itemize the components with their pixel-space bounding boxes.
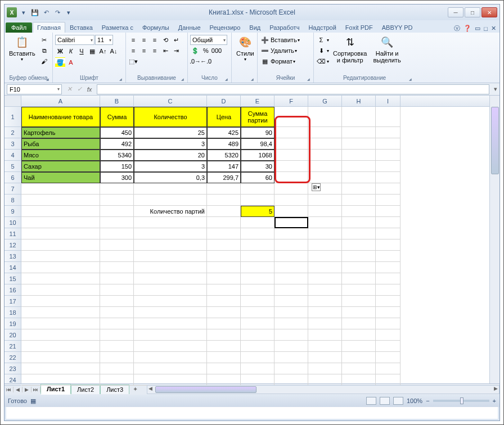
- sheet-nav-first-icon[interactable]: ⏮: [4, 387, 14, 392]
- cell[interactable]: [308, 127, 342, 138]
- cell[interactable]: 489: [207, 138, 241, 150]
- cell[interactable]: [308, 195, 342, 206]
- cell[interactable]: 60: [241, 172, 274, 183]
- cell[interactable]: 1068: [241, 150, 274, 161]
- cell[interactable]: [308, 352, 342, 363]
- cell[interactable]: [100, 206, 134, 217]
- cell[interactable]: [308, 138, 342, 150]
- cell[interactable]: [100, 363, 134, 374]
- cell[interactable]: [342, 251, 376, 262]
- cell[interactable]: [274, 352, 308, 363]
- cell[interactable]: [274, 363, 308, 374]
- cell[interactable]: Количество: [134, 107, 207, 127]
- cell[interactable]: [134, 251, 207, 262]
- cell[interactable]: Сахар: [21, 161, 100, 172]
- ribbon-minimize-icon[interactable]: ⓥ: [454, 24, 460, 33]
- cell[interactable]: [100, 318, 134, 329]
- cell[interactable]: [342, 352, 376, 363]
- cell[interactable]: [241, 284, 274, 296]
- cell[interactable]: [134, 239, 207, 251]
- enter-formula-icon[interactable]: ✓: [74, 84, 84, 94]
- cell[interactable]: [207, 307, 241, 318]
- cell[interactable]: [207, 318, 241, 329]
- name-box[interactable]: F10: [7, 84, 62, 94]
- row-header-21[interactable]: 21: [4, 341, 21, 352]
- cell[interactable]: 25: [134, 127, 207, 138]
- cell[interactable]: [274, 284, 308, 296]
- row-header-4[interactable]: 4: [4, 150, 21, 161]
- cell[interactable]: [342, 150, 376, 161]
- cell[interactable]: [274, 262, 308, 273]
- cell[interactable]: [207, 206, 241, 217]
- cell[interactable]: [376, 228, 400, 239]
- number-format-combo[interactable]: Общий: [190, 35, 227, 45]
- align-mid-icon[interactable]: ≡: [139, 35, 149, 45]
- row-header-23[interactable]: 23: [4, 363, 21, 374]
- cell[interactable]: [134, 363, 207, 374]
- cell[interactable]: [342, 206, 376, 217]
- cell[interactable]: [376, 296, 400, 307]
- cell[interactable]: [342, 273, 376, 284]
- cell[interactable]: [342, 195, 376, 206]
- cell[interactable]: 3: [134, 138, 207, 150]
- cell[interactable]: [207, 329, 241, 341]
- cell[interactable]: [342, 363, 376, 374]
- qat-more-icon[interactable]: ▾: [64, 8, 73, 17]
- cell[interactable]: [342, 374, 376, 386]
- cell[interactable]: [21, 217, 100, 228]
- cell[interactable]: [376, 329, 400, 341]
- cell[interactable]: 5: [241, 206, 274, 217]
- font-name-combo[interactable]: Calibri: [55, 35, 94, 45]
- cell[interactable]: [342, 228, 376, 239]
- cell[interactable]: [207, 273, 241, 284]
- cell[interactable]: [207, 352, 241, 363]
- cell[interactable]: [100, 239, 134, 251]
- cell[interactable]: [342, 307, 376, 318]
- cell[interactable]: [274, 172, 308, 183]
- cell[interactable]: [100, 307, 134, 318]
- row-header-2[interactable]: 2: [4, 127, 21, 138]
- tab-review[interactable]: Рецензиро: [205, 22, 245, 33]
- font-color-button[interactable]: A: [66, 57, 76, 67]
- clear-icon[interactable]: ⌫: [316, 56, 326, 66]
- zoom-slider[interactable]: [433, 400, 489, 402]
- col-header-H[interactable]: H: [342, 96, 376, 106]
- cell[interactable]: [274, 273, 308, 284]
- cell[interactable]: [342, 284, 376, 296]
- cell[interactable]: 0,3: [134, 172, 207, 183]
- cell[interactable]: [207, 262, 241, 273]
- cell[interactable]: [134, 329, 207, 341]
- tab-foxit[interactable]: Foxit PDF: [341, 22, 377, 33]
- cell[interactable]: [21, 183, 100, 195]
- cell[interactable]: [342, 161, 376, 172]
- cell[interactable]: 3: [134, 161, 207, 172]
- cell[interactable]: [100, 341, 134, 352]
- grid[interactable]: ABCDEFGHI 123456789101112131415161718192…: [4, 96, 500, 383]
- row-header-1[interactable]: 1: [4, 107, 21, 127]
- cell[interactable]: [207, 251, 241, 262]
- row-header-9[interactable]: 9: [4, 206, 21, 217]
- cell[interactable]: 150: [100, 161, 134, 172]
- row-header-22[interactable]: 22: [4, 352, 21, 363]
- cell[interactable]: [308, 217, 342, 228]
- cell[interactable]: [342, 318, 376, 329]
- cell[interactable]: [100, 228, 134, 239]
- cell[interactable]: [241, 296, 274, 307]
- cell[interactable]: [134, 374, 207, 386]
- cell[interactable]: [376, 318, 400, 329]
- cell[interactable]: [274, 296, 308, 307]
- cell[interactable]: [376, 150, 400, 161]
- copy-icon[interactable]: ⧉: [39, 46, 50, 56]
- cell[interactable]: [21, 262, 100, 273]
- cell[interactable]: [376, 251, 400, 262]
- cell[interactable]: [308, 273, 342, 284]
- cell[interactable]: [308, 150, 342, 161]
- cell[interactable]: [308, 329, 342, 341]
- cell[interactable]: Рыба: [21, 138, 100, 150]
- cell[interactable]: [100, 284, 134, 296]
- tab-insert[interactable]: Вставка: [65, 22, 97, 33]
- cell[interactable]: [21, 228, 100, 239]
- zoom-in-icon[interactable]: +: [493, 397, 496, 404]
- vertical-scrollbar[interactable]: [489, 96, 500, 383]
- row-header-11[interactable]: 11: [4, 228, 21, 239]
